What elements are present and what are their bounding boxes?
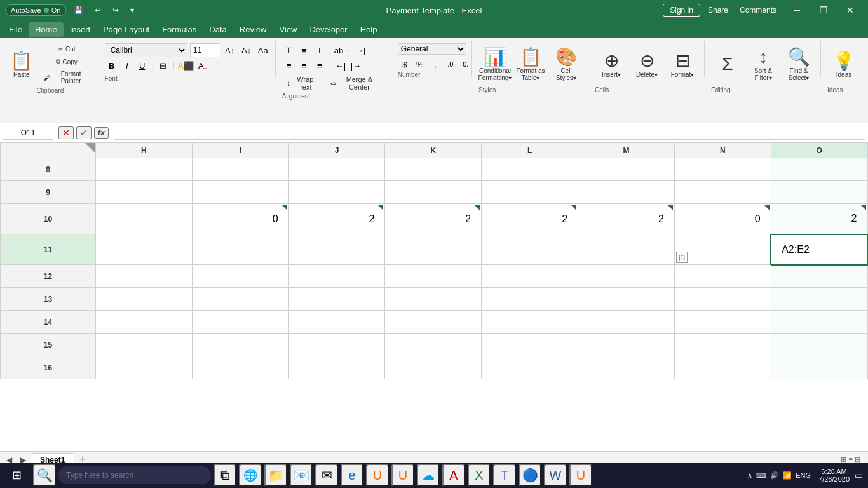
redo-button[interactable]: ↪: [109, 4, 123, 16]
table-cell[interactable]: [96, 311, 193, 334]
uipath-button[interactable]: U: [366, 464, 389, 487]
col-header-i[interactable]: I: [192, 143, 288, 158]
orient-button[interactable]: ab→: [334, 43, 352, 57]
format-as-table-button[interactable]: 📋 Format as Table▾: [514, 43, 547, 86]
table-cell[interactable]: [288, 311, 385, 334]
autosum-button[interactable]: Σ: [711, 43, 744, 86]
decimal-decrease-button[interactable]: 0.: [459, 57, 473, 71]
table-cell[interactable]: [674, 158, 771, 181]
decimal-increase-button[interactable]: .0: [444, 57, 458, 71]
table-cell[interactable]: [385, 311, 482, 334]
percent-button[interactable]: %: [413, 57, 427, 71]
cancel-formula-button[interactable]: ✕: [58, 126, 74, 139]
align-middle-button[interactable]: ≡: [297, 43, 311, 57]
table-cell[interactable]: [771, 265, 867, 288]
table-cell[interactable]: [771, 288, 867, 311]
table-cell[interactable]: [192, 181, 288, 204]
cut-button[interactable]: ✂ Cut: [39, 44, 94, 55]
table-cell[interactable]: [674, 311, 771, 334]
comma-button[interactable]: ,: [428, 57, 442, 71]
menu-developer[interactable]: Developer: [303, 22, 353, 37]
table-cell[interactable]: [482, 234, 578, 265]
table-cell[interactable]: [674, 265, 771, 288]
sort-filter-button[interactable]: ↕ Sort & Filter▾: [747, 43, 780, 86]
menu-page-layout[interactable]: Page Layout: [97, 22, 156, 37]
table-cell[interactable]: 2: [385, 204, 482, 234]
menu-formulas[interactable]: Formulas: [156, 22, 203, 37]
row-header-8[interactable]: 8: [1, 158, 96, 181]
table-cell[interactable]: [385, 265, 482, 288]
table-cell[interactable]: [578, 334, 675, 356]
align-top-button[interactable]: ⊤: [282, 43, 296, 57]
table-cell[interactable]: 2: [771, 204, 867, 234]
table-cell[interactable]: [288, 234, 385, 265]
table-cell[interactable]: [96, 265, 193, 288]
table-cell[interactable]: [674, 288, 771, 311]
table-cell[interactable]: [192, 334, 288, 356]
salesforce-button[interactable]: ☁: [417, 464, 440, 487]
table-cell[interactable]: [288, 181, 385, 204]
close-button[interactable]: ✕: [837, 1, 863, 19]
table-cell[interactable]: [482, 181, 578, 204]
table-cell[interactable]: [674, 356, 771, 379]
insert-function-button[interactable]: fx: [94, 127, 109, 139]
row-header-9[interactable]: 9: [1, 181, 96, 204]
currency-button[interactable]: $: [398, 57, 412, 71]
font-increase-button[interactable]: A↑: [223, 43, 237, 57]
table-cell[interactable]: [482, 265, 578, 288]
bold-button[interactable]: B: [105, 58, 119, 72]
table-cell[interactable]: [288, 265, 385, 288]
wrap-text-button[interactable]: ⤵ Wrap Text: [282, 74, 323, 93]
file-explorer-button[interactable]: 📁: [264, 464, 287, 487]
excel-button[interactable]: X: [468, 464, 491, 487]
table-cell[interactable]: [482, 288, 578, 311]
table-cell[interactable]: [482, 311, 578, 334]
row-header-15[interactable]: 15: [1, 334, 96, 356]
table-cell[interactable]: [288, 356, 385, 379]
table-cell[interactable]: [96, 158, 193, 181]
row-header-11[interactable]: 11: [1, 234, 96, 265]
table-cell[interactable]: [578, 181, 675, 204]
taskbar-search-input[interactable]: [58, 466, 211, 484]
table-cell[interactable]: [385, 181, 482, 204]
change-case-button[interactable]: Aa: [256, 43, 270, 57]
menu-insert[interactable]: Insert: [64, 22, 97, 37]
table-cell[interactable]: [771, 158, 867, 181]
table-cell[interactable]: [482, 334, 578, 356]
underline-button[interactable]: U: [135, 58, 149, 72]
table-cell[interactable]: [96, 204, 193, 234]
table-cell[interactable]: [192, 288, 288, 311]
table-cell[interactable]: [192, 311, 288, 334]
table-cell[interactable]: [771, 181, 867, 204]
row-header-14[interactable]: 14: [1, 311, 96, 334]
font-family-select[interactable]: Calibri: [105, 43, 187, 57]
conditional-formatting-button[interactable]: 📊 Conditional Formatting▾: [478, 43, 512, 86]
teams-button[interactable]: T: [493, 464, 516, 487]
start-button[interactable]: ⊞: [3, 463, 31, 488]
copy-button[interactable]: ⧉ Copy: [39, 56, 94, 67]
menu-view[interactable]: View: [273, 22, 303, 37]
menu-data[interactable]: Data: [203, 22, 233, 37]
table-cell[interactable]: [96, 234, 193, 265]
pdf-button[interactable]: A: [442, 464, 465, 487]
table-cell[interactable]: [578, 356, 675, 379]
row-header-16[interactable]: 16: [1, 356, 96, 379]
table-cell[interactable]: [288, 158, 385, 181]
table-cell[interactable]: [674, 334, 771, 356]
word-button[interactable]: W: [544, 464, 567, 487]
table-cell[interactable]: [385, 288, 482, 311]
chrome-button[interactable]: 🔵: [519, 464, 541, 487]
tray-up-arrow[interactable]: ∧: [747, 471, 752, 480]
col-header-n[interactable]: N: [674, 143, 771, 158]
indent-add-button[interactable]: |→: [349, 58, 363, 72]
table-cell[interactable]: [96, 181, 193, 204]
restore-button[interactable]: ❐: [811, 1, 836, 19]
number-format-select[interactable]: General: [398, 43, 466, 55]
indent-decrease-button[interactable]: ←|: [334, 58, 348, 72]
border-button[interactable]: ⊞: [156, 58, 170, 72]
formula-input[interactable]: ="A2:E"&"" &O10: [114, 126, 865, 140]
table-cell[interactable]: 2: [578, 204, 675, 234]
menu-help[interactable]: Help: [354, 22, 384, 37]
menu-file[interactable]: File: [3, 22, 29, 37]
paste-options-icon[interactable]: 📋: [676, 252, 688, 263]
